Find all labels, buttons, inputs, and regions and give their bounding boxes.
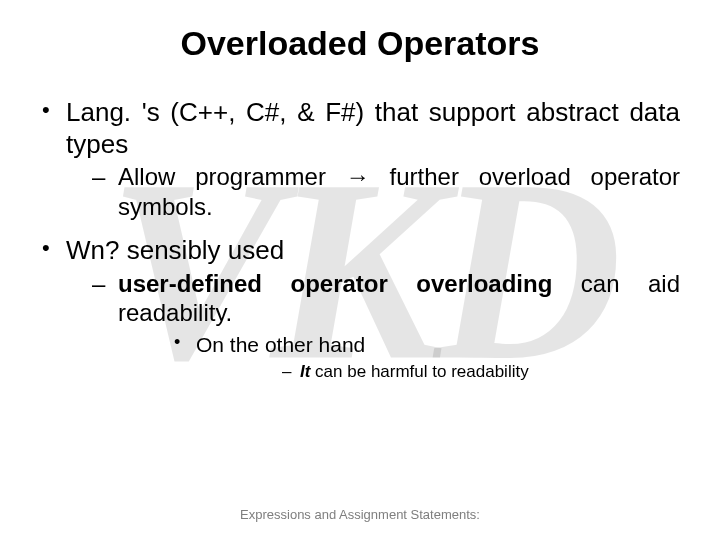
bullet-item-2-1-1-1: It can be harmful to readability [196,361,680,383]
bullet-2-text: Wn? sensibly used [66,235,284,265]
bullet-item-2-1: user-defined operator overloading can ai… [66,269,680,383]
bullet-item-1-1: Allow programmer → further overload oper… [66,162,680,221]
bullet-list: Lang. 's (C++, C#, & F#) that support ab… [40,97,680,383]
bullet-1-text: Lang. 's (C++, C#, & F#) that support ab… [66,97,680,159]
slide-container: Overloaded Operators Lang. 's (C++, C#, … [0,0,720,540]
bullet-2-1-1-1-strong: It [300,362,310,381]
bullet-2-1-1-1-rest: can be harmful to readability [310,362,528,381]
bullet-2-1-1-text: On the other hand [196,333,365,356]
slide-footer: Expressions and Assignment Statements: [0,507,720,522]
bullet-item-2: Wn? sensibly used user-defined operator … [40,235,680,383]
slide-title: Overloaded Operators [40,24,680,63]
bullet-item-1: Lang. 's (C++, C#, & F#) that support ab… [40,97,680,221]
bullet-item-2-1-1: On the other hand It can be harmful to r… [118,331,680,382]
arrow-icon: → [346,163,370,190]
bullet-2-1-strong: user-defined operator overloading [118,270,552,297]
bullet-1-1-text-a: Allow programmer [118,163,346,190]
